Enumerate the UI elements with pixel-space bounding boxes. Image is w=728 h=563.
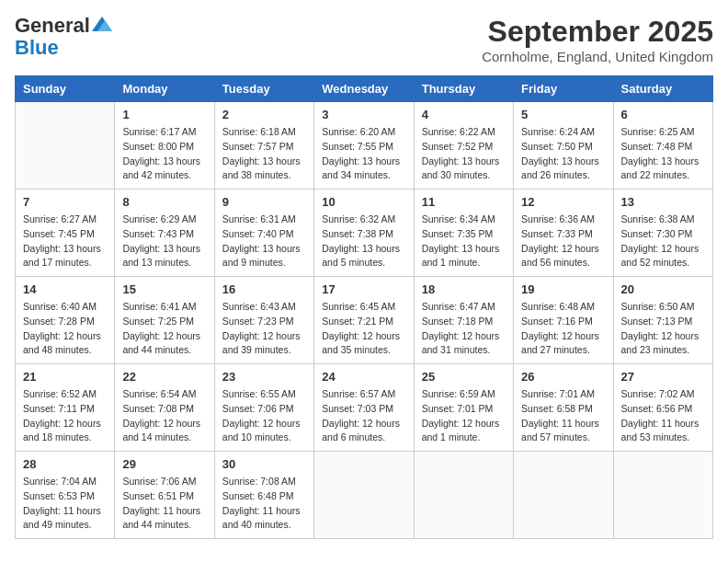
weekday-header-tuesday: Tuesday	[214, 76, 313, 102]
calendar-cell: 28Sunrise: 7:04 AM Sunset: 6:53 PM Dayli…	[16, 452, 115, 539]
day-number: 6	[621, 108, 705, 121]
calendar-cell: 18Sunrise: 6:47 AM Sunset: 7:18 PM Dayli…	[414, 277, 513, 364]
day-number: 9	[222, 195, 306, 209]
day-number: 28	[23, 457, 107, 471]
day-info: Sunrise: 6:25 AM Sunset: 7:48 PM Dayligh…	[621, 125, 705, 183]
day-info: Sunrise: 7:04 AM Sunset: 6:53 PM Dayligh…	[23, 475, 107, 533]
day-info: Sunrise: 6:41 AM Sunset: 7:25 PM Dayligh…	[122, 300, 206, 358]
day-info: Sunrise: 6:52 AM Sunset: 7:11 PM Dayligh…	[23, 387, 107, 445]
calendar-cell: 27Sunrise: 7:02 AM Sunset: 6:56 PM Dayli…	[613, 364, 712, 452]
weekday-header-thursday: Thursday	[414, 76, 513, 102]
day-info: Sunrise: 6:34 AM Sunset: 7:35 PM Dayligh…	[422, 213, 506, 270]
day-number: 20	[621, 282, 705, 296]
day-info: Sunrise: 7:08 AM Sunset: 6:48 PM Dayligh…	[222, 475, 306, 533]
day-info: Sunrise: 7:01 AM Sunset: 6:58 PM Dayligh…	[521, 387, 605, 445]
calendar-cell: 21Sunrise: 6:52 AM Sunset: 7:11 PM Dayli…	[16, 364, 115, 452]
day-info: Sunrise: 6:22 AM Sunset: 7:52 PM Dayligh…	[422, 125, 506, 183]
calendar-cell: 3Sunrise: 6:20 AM Sunset: 7:55 PM Daylig…	[314, 102, 414, 190]
day-info: Sunrise: 6:54 AM Sunset: 7:08 PM Dayligh…	[122, 387, 206, 445]
day-info: Sunrise: 6:59 AM Sunset: 7:01 PM Dayligh…	[422, 387, 506, 445]
day-number: 1	[122, 108, 206, 121]
day-info: Sunrise: 6:18 AM Sunset: 7:57 PM Dayligh…	[222, 125, 306, 183]
day-number: 3	[322, 108, 405, 121]
day-number: 17	[322, 282, 405, 296]
calendar-cell: 5Sunrise: 6:24 AM Sunset: 7:50 PM Daylig…	[514, 102, 613, 190]
page-header: General Blue September 2025 Cornholme, E…	[15, 15, 713, 64]
month-title: September 2025	[482, 15, 713, 49]
day-info: Sunrise: 6:40 AM Sunset: 7:28 PM Dayligh…	[23, 300, 107, 358]
day-number: 19	[521, 282, 605, 296]
day-number: 24	[322, 370, 405, 384]
day-number: 7	[23, 195, 107, 209]
calendar-cell	[16, 102, 115, 190]
day-number: 25	[422, 370, 506, 384]
calendar-cell: 29Sunrise: 7:06 AM Sunset: 6:51 PM Dayli…	[115, 452, 214, 539]
calendar-cell: 2Sunrise: 6:18 AM Sunset: 7:57 PM Daylig…	[214, 102, 313, 190]
location-subtitle: Cornholme, England, United Kingdom	[482, 49, 713, 64]
calendar-cell	[414, 452, 513, 539]
day-number: 8	[122, 195, 206, 209]
calendar-cell: 9Sunrise: 6:31 AM Sunset: 7:40 PM Daylig…	[214, 190, 313, 277]
calendar-cell	[613, 452, 712, 539]
weekday-header-monday: Monday	[115, 76, 214, 102]
week-row-2: 7Sunrise: 6:27 AM Sunset: 7:45 PM Daylig…	[16, 190, 713, 277]
calendar-cell: 25Sunrise: 6:59 AM Sunset: 7:01 PM Dayli…	[414, 364, 513, 452]
day-number: 13	[621, 195, 705, 209]
day-info: Sunrise: 6:17 AM Sunset: 8:00 PM Dayligh…	[122, 125, 206, 183]
calendar-cell: 23Sunrise: 6:55 AM Sunset: 7:06 PM Dayli…	[214, 364, 313, 452]
logo-icon	[92, 17, 112, 31]
calendar-cell: 7Sunrise: 6:27 AM Sunset: 7:45 PM Daylig…	[16, 190, 115, 277]
day-number: 27	[621, 370, 705, 384]
calendar-table: SundayMondayTuesdayWednesdayThursdayFrid…	[15, 75, 713, 539]
logo-blue: Blue	[15, 36, 59, 59]
day-info: Sunrise: 6:50 AM Sunset: 7:13 PM Dayligh…	[621, 300, 705, 358]
calendar-cell	[514, 452, 613, 539]
calendar-cell: 6Sunrise: 6:25 AM Sunset: 7:48 PM Daylig…	[613, 102, 712, 190]
day-number: 18	[422, 282, 506, 296]
day-info: Sunrise: 6:48 AM Sunset: 7:16 PM Dayligh…	[521, 300, 605, 358]
calendar-cell: 1Sunrise: 6:17 AM Sunset: 8:00 PM Daylig…	[115, 102, 214, 190]
day-info: Sunrise: 7:06 AM Sunset: 6:51 PM Dayligh…	[122, 475, 206, 533]
day-info: Sunrise: 6:45 AM Sunset: 7:21 PM Dayligh…	[322, 300, 405, 358]
day-number: 21	[23, 370, 107, 384]
day-number: 5	[521, 108, 605, 121]
logo-general: General	[15, 15, 90, 37]
day-info: Sunrise: 6:24 AM Sunset: 7:50 PM Dayligh…	[521, 125, 605, 183]
calendar-cell: 11Sunrise: 6:34 AM Sunset: 7:35 PM Dayli…	[414, 190, 513, 277]
day-info: Sunrise: 7:02 AM Sunset: 6:56 PM Dayligh…	[621, 387, 705, 445]
week-row-5: 28Sunrise: 7:04 AM Sunset: 6:53 PM Dayli…	[16, 452, 713, 539]
week-row-3: 14Sunrise: 6:40 AM Sunset: 7:28 PM Dayli…	[16, 277, 713, 364]
day-info: Sunrise: 6:32 AM Sunset: 7:38 PM Dayligh…	[322, 213, 405, 270]
weekday-header-friday: Friday	[514, 76, 613, 102]
day-number: 30	[222, 457, 306, 471]
calendar-cell: 24Sunrise: 6:57 AM Sunset: 7:03 PM Dayli…	[314, 364, 414, 452]
day-info: Sunrise: 6:38 AM Sunset: 7:30 PM Dayligh…	[621, 213, 705, 270]
calendar-cell: 4Sunrise: 6:22 AM Sunset: 7:52 PM Daylig…	[414, 102, 513, 190]
day-number: 11	[422, 195, 506, 209]
calendar-cell: 26Sunrise: 7:01 AM Sunset: 6:58 PM Dayli…	[514, 364, 613, 452]
calendar-cell: 8Sunrise: 6:29 AM Sunset: 7:43 PM Daylig…	[115, 190, 214, 277]
day-info: Sunrise: 6:29 AM Sunset: 7:43 PM Dayligh…	[122, 213, 206, 270]
day-info: Sunrise: 6:55 AM Sunset: 7:06 PM Dayligh…	[222, 387, 306, 445]
calendar-cell: 15Sunrise: 6:41 AM Sunset: 7:25 PM Dayli…	[115, 277, 214, 364]
weekday-header-row: SundayMondayTuesdayWednesdayThursdayFrid…	[16, 76, 713, 102]
calendar-cell: 14Sunrise: 6:40 AM Sunset: 7:28 PM Dayli…	[16, 277, 115, 364]
calendar-cell: 22Sunrise: 6:54 AM Sunset: 7:08 PM Dayli…	[115, 364, 214, 452]
day-info: Sunrise: 6:47 AM Sunset: 7:18 PM Dayligh…	[422, 300, 506, 358]
calendar-cell: 12Sunrise: 6:36 AM Sunset: 7:33 PM Dayli…	[514, 190, 613, 277]
title-block: September 2025 Cornholme, England, Unite…	[482, 15, 713, 64]
day-number: 2	[222, 108, 306, 121]
calendar-cell: 30Sunrise: 7:08 AM Sunset: 6:48 PM Dayli…	[214, 452, 313, 539]
week-row-4: 21Sunrise: 6:52 AM Sunset: 7:11 PM Dayli…	[16, 364, 713, 452]
calendar-cell: 17Sunrise: 6:45 AM Sunset: 7:21 PM Dayli…	[314, 277, 414, 364]
day-info: Sunrise: 6:31 AM Sunset: 7:40 PM Dayligh…	[222, 213, 306, 270]
calendar-cell: 20Sunrise: 6:50 AM Sunset: 7:13 PM Dayli…	[613, 277, 712, 364]
day-info: Sunrise: 6:20 AM Sunset: 7:55 PM Dayligh…	[322, 125, 405, 183]
calendar-cell: 13Sunrise: 6:38 AM Sunset: 7:30 PM Dayli…	[613, 190, 712, 277]
day-number: 29	[122, 457, 206, 471]
calendar-cell: 16Sunrise: 6:43 AM Sunset: 7:23 PM Dayli…	[214, 277, 313, 364]
weekday-header-sunday: Sunday	[16, 76, 115, 102]
day-number: 15	[122, 282, 206, 296]
day-number: 12	[521, 195, 605, 209]
day-info: Sunrise: 6:43 AM Sunset: 7:23 PM Dayligh…	[222, 300, 306, 358]
